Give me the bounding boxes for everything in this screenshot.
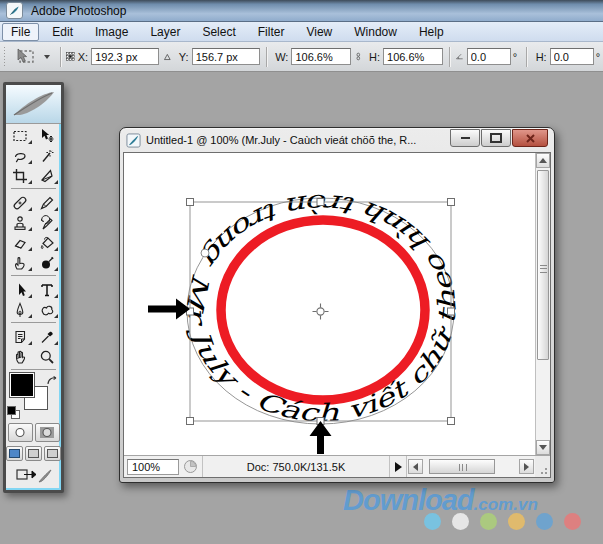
divider bbox=[11, 188, 56, 189]
fullscreen-mode-button[interactable] bbox=[44, 446, 61, 461]
h-label: H: bbox=[369, 51, 380, 63]
horizontal-scrollbar[interactable] bbox=[407, 456, 535, 477]
tool-type[interactable] bbox=[34, 280, 61, 300]
relative-position-icon[interactable] bbox=[164, 51, 171, 63]
document-size-info[interactable]: Doc: 750.0K/131.5K bbox=[202, 456, 390, 477]
tool-magic-wand[interactable] bbox=[34, 146, 61, 166]
close-button[interactable] bbox=[512, 129, 548, 147]
fullscreen-with-menu-button[interactable] bbox=[25, 446, 42, 461]
skew-h-input[interactable] bbox=[550, 48, 594, 65]
x-input[interactable] bbox=[91, 48, 159, 65]
zoom-level-field[interactable]: 100% bbox=[127, 459, 179, 475]
tool-crop[interactable] bbox=[7, 166, 34, 186]
tool-custom-shape[interactable] bbox=[34, 300, 61, 320]
default-colors-icon[interactable] bbox=[7, 406, 19, 418]
rotate-input[interactable] bbox=[467, 48, 511, 65]
options-gripper[interactable] bbox=[3, 46, 6, 68]
document-titlebar[interactable]: Untitled-1 @ 100% (Mr.July - Caùch vieát… bbox=[120, 128, 554, 152]
tool-preset-picker[interactable] bbox=[14, 48, 54, 65]
status-flyout-button[interactable] bbox=[390, 456, 407, 477]
custom-shape-icon bbox=[39, 302, 55, 318]
menu-item-layer[interactable]: Layer bbox=[141, 23, 189, 41]
vertical-scrollbar[interactable] bbox=[535, 153, 550, 455]
menu-item-help[interactable]: Help bbox=[410, 23, 453, 41]
menu-item-select[interactable]: Select bbox=[193, 23, 244, 41]
tool-hand[interactable] bbox=[7, 347, 34, 367]
tool-zoom[interactable] bbox=[34, 347, 61, 367]
skew-h-label: H: bbox=[536, 51, 547, 63]
tool-pen[interactable] bbox=[7, 300, 34, 320]
divider bbox=[60, 47, 61, 67]
notes-icon bbox=[12, 329, 28, 345]
app-titlebar: Adobe Photoshop bbox=[0, 0, 603, 22]
standard-mode-button[interactable] bbox=[8, 423, 33, 442]
scroll-left-button[interactable] bbox=[408, 459, 423, 474]
transform-center-point[interactable] bbox=[313, 304, 329, 320]
minimize-button[interactable] bbox=[450, 129, 480, 147]
handle-top-center[interactable] bbox=[317, 199, 324, 206]
menu-item-image[interactable]: Image bbox=[86, 23, 137, 41]
tool-paint-bucket[interactable] bbox=[34, 233, 61, 253]
tool-healing-brush[interactable] bbox=[7, 193, 34, 213]
canvas[interactable]: Mr July - Cách viết chữ theo hình tròn t… bbox=[124, 153, 537, 455]
toolbox-header[interactable] bbox=[6, 85, 61, 124]
tool-eyedropper[interactable] bbox=[34, 327, 61, 347]
tool-path-selection[interactable] bbox=[7, 280, 34, 300]
tool-lasso[interactable] bbox=[7, 146, 34, 166]
toolbox bbox=[3, 82, 64, 493]
x-label: X: bbox=[78, 51, 88, 63]
handle-bottom-right[interactable] bbox=[448, 418, 455, 425]
skew-degree-unit: ° bbox=[596, 51, 600, 63]
horizontal-scroll-thumb[interactable] bbox=[429, 459, 495, 474]
rectangular-marquee-icon bbox=[12, 128, 28, 144]
tool-eraser[interactable] bbox=[7, 233, 34, 253]
jump-to-imageready-button[interactable] bbox=[6, 466, 61, 486]
tool-notes[interactable] bbox=[7, 327, 34, 347]
paint-bucket-icon bbox=[39, 235, 55, 251]
dot bbox=[536, 513, 553, 530]
swap-colors-icon[interactable] bbox=[46, 373, 59, 391]
menu-item-view[interactable]: View bbox=[297, 23, 341, 41]
vertical-scroll-thumb[interactable] bbox=[537, 170, 549, 360]
tool-slice[interactable] bbox=[34, 166, 61, 186]
handle-bottom-left[interactable] bbox=[187, 418, 194, 425]
link-dimensions-icon[interactable] bbox=[356, 49, 361, 64]
width-input[interactable] bbox=[291, 48, 351, 65]
scroll-right-button[interactable] bbox=[519, 459, 534, 474]
tool-grid bbox=[6, 124, 61, 186]
handle-middle-right[interactable] bbox=[448, 308, 455, 315]
tool-clone-stamp[interactable] bbox=[7, 213, 34, 233]
handle-top-right[interactable] bbox=[448, 199, 455, 206]
healing-brush-icon bbox=[12, 195, 28, 211]
menu-item-edit[interactable]: Edit bbox=[43, 23, 82, 41]
watermark-dots bbox=[424, 513, 581, 530]
y-input[interactable] bbox=[192, 48, 260, 65]
path-anchor-node[interactable] bbox=[201, 249, 209, 257]
reference-point-locator-icon[interactable] bbox=[66, 48, 75, 65]
y-label: Y: bbox=[179, 51, 189, 63]
slice-icon bbox=[39, 168, 55, 184]
window-resize-grip[interactable] bbox=[535, 456, 550, 477]
menu-item-filter[interactable]: Filter bbox=[249, 23, 294, 41]
handle-top-left[interactable] bbox=[187, 199, 194, 206]
path-selection-icon bbox=[12, 282, 28, 298]
scroll-up-button[interactable] bbox=[536, 153, 550, 168]
feather-logo-icon bbox=[12, 89, 56, 119]
height-input[interactable] bbox=[383, 48, 443, 65]
tool-dodge[interactable] bbox=[34, 253, 61, 273]
tool-history-brush[interactable] bbox=[34, 213, 61, 233]
history-brush-icon bbox=[39, 215, 55, 231]
quick-mask-mode-button[interactable] bbox=[35, 423, 60, 442]
screen: { "app": {"title": "Adobe Photoshop"}, "… bbox=[0, 0, 603, 544]
tool-move[interactable] bbox=[34, 126, 61, 146]
menu-item-window[interactable]: Window bbox=[345, 23, 406, 41]
tool-rectangular-marquee[interactable] bbox=[7, 126, 34, 146]
menu-item-file[interactable]: File bbox=[2, 23, 39, 41]
tool-smudge[interactable] bbox=[7, 253, 34, 273]
tool-brush[interactable] bbox=[34, 193, 61, 213]
maximize-button[interactable] bbox=[481, 129, 511, 147]
foreground-color-swatch[interactable] bbox=[10, 373, 34, 397]
scroll-down-button[interactable] bbox=[536, 440, 550, 455]
close-icon bbox=[526, 134, 535, 143]
standard-screen-mode-button[interactable] bbox=[6, 446, 23, 461]
